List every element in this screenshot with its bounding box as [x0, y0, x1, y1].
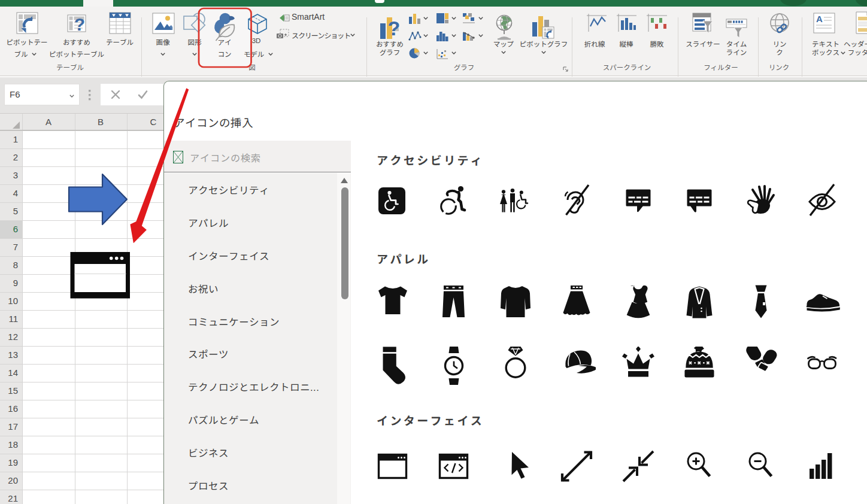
svg-text:10: 10	[8, 296, 18, 306]
svg-text:16: 16	[8, 403, 18, 414]
svg-text:A: A	[816, 14, 823, 24]
svg-text:3: 3	[13, 170, 18, 180]
svg-text:6: 6	[13, 224, 18, 234]
svg-text:9: 9	[13, 278, 18, 288]
svg-text:12: 12	[8, 332, 18, 342]
svg-text:5: 5	[13, 206, 18, 216]
svg-text:11: 11	[8, 314, 18, 324]
svg-text:15: 15	[8, 385, 18, 396]
svg-text:B: B	[98, 117, 104, 127]
svg-text:13: 13	[8, 350, 18, 360]
svg-text:A: A	[46, 117, 51, 127]
svg-text:7: 7	[13, 242, 18, 252]
svg-text:1: 1	[13, 134, 18, 144]
svg-text:18: 18	[8, 439, 18, 450]
svg-text:8: 8	[13, 260, 18, 270]
svg-text:?: ?	[74, 14, 85, 34]
svg-text:17: 17	[8, 421, 18, 432]
svg-text:19: 19	[8, 457, 18, 467]
svg-text:20: 20	[8, 475, 18, 485]
svg-text:14: 14	[8, 368, 18, 378]
svg-text:21: 21	[8, 493, 18, 503]
svg-text:?: ?	[388, 17, 400, 40]
svg-text:2: 2	[13, 152, 18, 162]
svg-text:4: 4	[13, 188, 18, 198]
svg-text:C: C	[150, 117, 157, 127]
